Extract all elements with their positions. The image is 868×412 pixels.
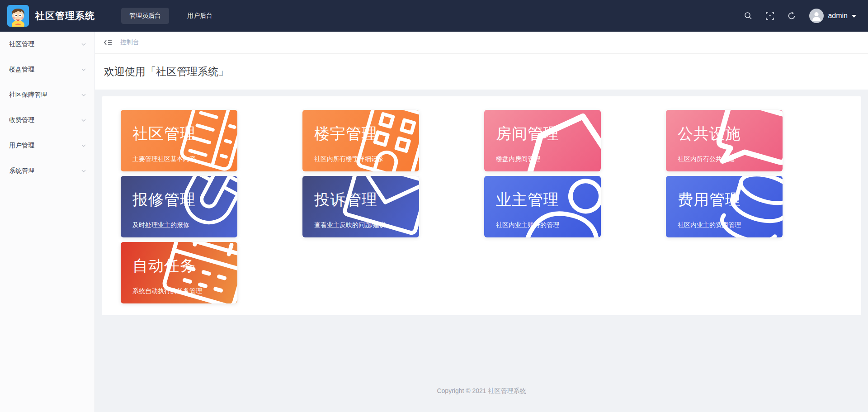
fullscreen-icon[interactable]: [766, 12, 774, 20]
card-title: 楼宇管理: [314, 123, 377, 144]
card-auto-tasks[interactable]: 自动任务 系统自动执行的任务管理: [121, 242, 237, 303]
card-subtitle: 社区内所有楼宇详细记录: [314, 155, 384, 163]
card-subtitle: 社区内业主账号的管理: [496, 221, 559, 229]
footer-copyright: Copyright © 2021 社区管理系统: [102, 379, 861, 405]
main-area: 控制台 欢迎使用「社区管理系统」 社区管理: [95, 32, 868, 412]
caret-down-icon: [852, 15, 856, 18]
card-title: 投诉管理: [314, 189, 377, 210]
breadcrumb: 控制台: [120, 38, 139, 47]
card-room-management[interactable]: 房间管理 楼盘内房间管理: [484, 110, 601, 171]
card-community-management[interactable]: 社区管理 主要管理社区基本内容: [121, 110, 237, 171]
chevron-down-icon: [81, 143, 86, 148]
sidebar-item-system[interactable]: 系统管理: [0, 158, 94, 184]
breadcrumb-bar: 控制台: [95, 32, 868, 54]
search-icon[interactable]: [744, 12, 752, 20]
card-complaint-management[interactable]: 投诉管理 查看业主反映的问题/建议: [302, 176, 419, 237]
card-public-facilities[interactable]: 公共设施 社区内所有公共设施: [666, 110, 783, 171]
card-subtitle: 社区内所有公共设施: [678, 155, 735, 163]
card-subtitle: 主要管理社区基本内容: [132, 155, 196, 163]
tab-user-backend[interactable]: 用户后台: [179, 8, 221, 24]
chevron-down-icon: [81, 42, 86, 47]
tab-admin-backend[interactable]: 管理员后台: [121, 8, 169, 24]
card-grid: 社区管理 主要管理社区基本内容 楼宇管理 社区内所有楼宇详细记录: [121, 110, 848, 303]
card-title: 房间管理: [496, 123, 559, 144]
sidebar-item-label: 社区保障管理: [9, 91, 47, 99]
card-title: 报修管理: [132, 189, 196, 210]
card-subtitle: 及时处理业主的报修: [132, 221, 189, 229]
card-title: 业主管理: [496, 189, 559, 210]
chevron-down-icon: [81, 118, 86, 123]
page-title: 欢迎使用「社区管理系统」: [104, 65, 229, 79]
sidebar-item-property[interactable]: 楼盘管理: [0, 57, 94, 82]
fold-icon[interactable]: [104, 39, 112, 46]
card-owner-management[interactable]: 业主管理 社区内业主账号的管理: [484, 176, 601, 237]
refresh-icon[interactable]: [788, 12, 796, 20]
sidebar-item-label: 系统管理: [9, 167, 34, 175]
sidebar-item-label: 收费管理: [9, 116, 34, 124]
card-title: 公共设施: [678, 123, 741, 144]
header-tabs: 管理员后台 用户后台: [121, 8, 221, 24]
card-subtitle: 系统自动执行的任务管理: [132, 287, 202, 295]
content: 社区管理 主要管理社区基本内容 楼宇管理 社区内所有楼宇详细记录: [95, 90, 868, 412]
card-fee-management[interactable]: 费用管理 社区内业主的费用管理: [666, 176, 783, 237]
card-subtitle: 楼盘内房间管理: [496, 155, 540, 163]
chevron-down-icon: [81, 168, 86, 174]
app-title: 社区管理系统: [35, 9, 95, 22]
chevron-down-icon: [81, 92, 86, 98]
sidebar-item-fees[interactable]: 收费管理: [0, 108, 94, 133]
sidebar-item-community[interactable]: 社区管理: [0, 32, 94, 57]
user-avatar-icon: [809, 9, 824, 23]
sidebar: 社区管理 楼盘管理 社区保障管理 收费管理 用户管理 系统管理: [0, 32, 95, 412]
header-actions: admin: [744, 9, 856, 23]
card-subtitle: 社区内业主的费用管理: [678, 221, 741, 229]
sidebar-item-security[interactable]: 社区保障管理: [0, 82, 94, 108]
welcome-bar: 欢迎使用「社区管理系统」: [95, 54, 868, 90]
card-repair-management[interactable]: 报修管理 及时处理业主的报修: [121, 176, 237, 237]
user-dropdown[interactable]: admin: [809, 9, 856, 23]
top-navbar: 社区管理系统 管理员后台 用户后台 admin: [0, 0, 868, 32]
sidebar-item-label: 用户管理: [9, 142, 34, 150]
chevron-down-icon: [81, 67, 86, 72]
sidebar-item-label: 社区管理: [9, 40, 34, 48]
card-title: 费用管理: [678, 189, 741, 210]
card-subtitle: 查看业主反映的问题/建议: [314, 221, 386, 229]
sidebar-item-label: 楼盘管理: [9, 66, 34, 74]
card-title: 自动任务: [132, 256, 196, 276]
username: admin: [828, 12, 848, 20]
dashboard-panel: 社区管理 主要管理社区基本内容 楼宇管理 社区内所有楼宇详细记录: [102, 96, 861, 315]
card-title: 社区管理: [132, 123, 196, 144]
logo-mascot-icon: [7, 5, 29, 27]
card-building-management[interactable]: 楼宇管理 社区内所有楼宇详细记录: [302, 110, 419, 171]
sidebar-item-users[interactable]: 用户管理: [0, 133, 94, 158]
